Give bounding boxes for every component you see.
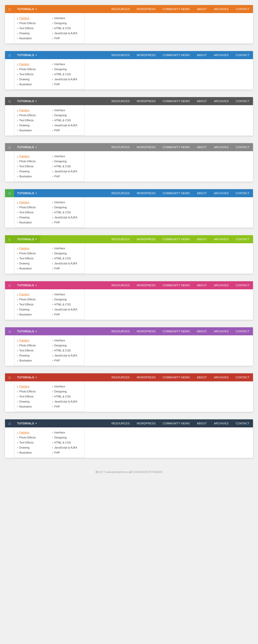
nav-item-resources[interactable]: RESOURCES (108, 419, 133, 427)
nav-item-wordpress[interactable]: WORDPRESS (133, 97, 159, 105)
home-button[interactable]: ⌂ (5, 5, 14, 13)
dropdown-item-html--css[interactable]: »HTML & CSS (52, 256, 82, 261)
nav-item-about[interactable]: ABOUT (194, 189, 210, 197)
nav-item-archives[interactable]: ARCHIVES (210, 373, 232, 381)
home-button[interactable]: ⌂ (5, 281, 14, 289)
nav-item-contact[interactable]: CONTACT (232, 5, 253, 13)
dropdown-item-illustration[interactable]: »Illustration (17, 174, 47, 179)
dropdown-item-drawing[interactable]: »Drawing (17, 77, 47, 82)
dropdown-item-drawing[interactable]: »Drawing (17, 445, 47, 450)
nav-item-contact[interactable]: CONTACT (232, 419, 253, 427)
nav-item-about[interactable]: ABOUT (194, 419, 210, 427)
dropdown-item-designing[interactable]: »Designing (52, 21, 82, 26)
dropdown-item-photo-effects[interactable]: »Photo Effects (17, 113, 47, 118)
dropdown-item-photo-effects[interactable]: »Photo Effects (17, 297, 47, 302)
dropdown-item-php[interactable]: »PHP (52, 450, 82, 455)
dropdown-item-designing[interactable]: »Designing (52, 67, 82, 72)
dropdown-item-interface[interactable]: »Interface (52, 384, 82, 389)
dropdown-item-text-effects[interactable]: »Text Effects (17, 348, 47, 353)
dropdown-item-text-effects[interactable]: »Text Effects (17, 394, 47, 399)
dropdown-item-designing[interactable]: »Designing (52, 113, 82, 118)
dropdown-item-painting[interactable]: »Painting (17, 384, 47, 389)
nav-item-archives[interactable]: ARCHIVES (210, 235, 232, 243)
dropdown-item-php[interactable]: »PHP (52, 174, 82, 179)
nav-item-wordpress[interactable]: WORDPRESS (133, 373, 159, 381)
nav-item-contact[interactable]: CONTACT (232, 97, 253, 105)
dropdown-item-photo-effects[interactable]: »Photo Effects (17, 159, 47, 164)
dropdown-item-javascript--ajax[interactable]: »JavaScript & AJAX (52, 399, 82, 404)
dropdown-item-designing[interactable]: »Designing (52, 389, 82, 394)
nav-item-about[interactable]: ABOUT (194, 5, 210, 13)
dropdown-item-drawing[interactable]: »Drawing (17, 399, 47, 404)
dropdown-item-photo-effects[interactable]: »Photo Effects (17, 435, 47, 440)
tutorials-button[interactable]: TUTORIALS▼ (14, 327, 40, 335)
dropdown-item-javascript--ajax[interactable]: »JavaScript & AJAX (52, 77, 82, 82)
dropdown-item-painting[interactable]: »Painting (17, 338, 47, 343)
home-button[interactable]: ⌂ (5, 51, 14, 59)
dropdown-item-interface[interactable]: »Interface (52, 108, 82, 113)
nav-item-resources[interactable]: RESOURCES (108, 143, 133, 151)
dropdown-item-designing[interactable]: »Designing (52, 297, 82, 302)
dropdown-item-interface[interactable]: »Interface (52, 430, 82, 435)
nav-item-resources[interactable]: RESOURCES (108, 97, 133, 105)
nav-item-wordpress[interactable]: WORDPRESS (133, 51, 159, 59)
nav-item-community[interactable]: COMMUNITY NEWS (159, 5, 194, 13)
tutorials-button[interactable]: TUTORIALS▼ (14, 235, 40, 243)
nav-item-community[interactable]: COMMUNITY NEWS (159, 189, 194, 197)
dropdown-item-html--css[interactable]: »HTML & CSS (52, 164, 82, 169)
dropdown-item-javascript--ajax[interactable]: »JavaScript & AJAX (52, 31, 82, 36)
nav-item-community[interactable]: COMMUNITY NEWS (159, 419, 194, 427)
dropdown-item-php[interactable]: »PHP (52, 128, 82, 133)
dropdown-item-painting[interactable]: »Painting (17, 154, 47, 159)
nav-item-resources[interactable]: RESOURCES (108, 327, 133, 335)
nav-item-contact[interactable]: CONTACT (232, 235, 253, 243)
dropdown-item-designing[interactable]: »Designing (52, 159, 82, 164)
nav-item-contact[interactable]: CONTACT (232, 51, 253, 59)
dropdown-item-interface[interactable]: »Interface (52, 292, 82, 297)
nav-item-archives[interactable]: ARCHIVES (210, 143, 232, 151)
nav-item-about[interactable]: ABOUT (194, 327, 210, 335)
dropdown-item-drawing[interactable]: »Drawing (17, 169, 47, 174)
nav-item-resources[interactable]: RESOURCES (108, 5, 133, 13)
dropdown-item-html--css[interactable]: »HTML & CSS (52, 26, 82, 31)
dropdown-item-painting[interactable]: »Painting (17, 246, 47, 251)
dropdown-item-illustration[interactable]: »Illustration (17, 312, 47, 317)
nav-item-contact[interactable]: CONTACT (232, 281, 253, 289)
dropdown-item-interface[interactable]: »Interface (52, 62, 82, 67)
tutorials-button[interactable]: TUTORIALS▼ (14, 189, 40, 197)
dropdown-item-photo-effects[interactable]: »Photo Effects (17, 67, 47, 72)
nav-item-resources[interactable]: RESOURCES (108, 189, 133, 197)
dropdown-item-html--css[interactable]: »HTML & CSS (52, 440, 82, 445)
nav-item-about[interactable]: ABOUT (194, 235, 210, 243)
dropdown-item-php[interactable]: »PHP (52, 404, 82, 409)
dropdown-item-html--css[interactable]: »HTML & CSS (52, 394, 82, 399)
dropdown-item-text-effects[interactable]: »Text Effects (17, 72, 47, 77)
tutorials-button[interactable]: TUTORIALS▼ (14, 51, 40, 59)
nav-item-wordpress[interactable]: WORDPRESS (133, 143, 159, 151)
nav-item-community[interactable]: COMMUNITY NEWS (159, 235, 194, 243)
dropdown-item-javascript--ajax[interactable]: »JavaScript & AJAX (52, 261, 82, 266)
dropdown-item-php[interactable]: »PHP (52, 220, 82, 225)
dropdown-item-text-effects[interactable]: »Text Effects (17, 440, 47, 445)
dropdown-item-illustration[interactable]: »Illustration (17, 266, 47, 271)
tutorials-button[interactable]: TUTORIALS▼ (14, 5, 40, 13)
dropdown-item-painting[interactable]: »Painting (17, 108, 47, 113)
home-button[interactable]: ⌂ (5, 235, 14, 243)
nav-item-resources[interactable]: RESOURCES (108, 281, 133, 289)
dropdown-item-javascript--ajax[interactable]: »JavaScript & AJAX (52, 169, 82, 174)
dropdown-item-illustration[interactable]: »Illustration (17, 404, 47, 409)
dropdown-item-drawing[interactable]: »Drawing (17, 353, 47, 358)
dropdown-item-html--css[interactable]: »HTML & CSS (52, 302, 82, 307)
nav-item-community[interactable]: COMMUNITY NEWS (159, 97, 194, 105)
nav-item-contact[interactable]: CONTACT (232, 143, 253, 151)
tutorials-button[interactable]: TUTORIALS▼ (14, 373, 40, 381)
dropdown-item-drawing[interactable]: »Drawing (17, 31, 47, 36)
dropdown-item-interface[interactable]: »Interface (52, 200, 82, 205)
dropdown-item-text-effects[interactable]: »Text Effects (17, 118, 47, 123)
dropdown-item-javascript--ajax[interactable]: »JavaScript & AJAX (52, 353, 82, 358)
dropdown-item-painting[interactable]: »Painting (17, 16, 47, 21)
nav-item-contact[interactable]: CONTACT (232, 327, 253, 335)
dropdown-item-photo-effects[interactable]: »Photo Effects (17, 389, 47, 394)
nav-item-community[interactable]: COMMUNITY NEWS (159, 51, 194, 59)
dropdown-item-photo-effects[interactable]: »Photo Effects (17, 21, 47, 26)
